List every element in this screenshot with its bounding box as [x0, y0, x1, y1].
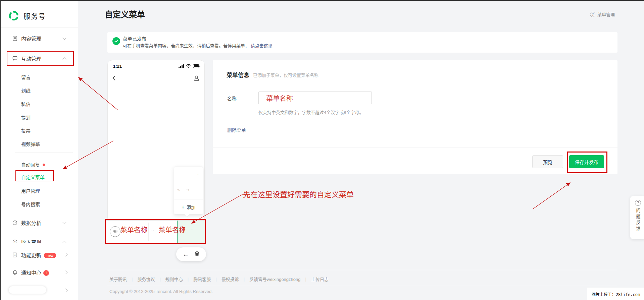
sidebar-item-mentions[interactable]: 提到	[21, 114, 31, 121]
footer-link[interactable]: 上传日志	[311, 276, 329, 282]
footer-link[interactable]: 关于腾讯	[109, 276, 127, 282]
brand: 服务号	[8, 10, 46, 21]
divider	[15, 153, 73, 153]
section-hint: 已添加子菜单，仅可设置菜单名称	[253, 72, 318, 78]
sidebar-group-content[interactable]: 内容管理	[1, 32, 78, 45]
preview-button[interactable]: 预览	[532, 155, 563, 168]
copyright: Copyright © 2012-2025 Tencent. All Right…	[109, 289, 213, 294]
add-submenu-button[interactable]: + 添加	[174, 199, 203, 215]
sidebar-group-interact[interactable]: 互动管理	[1, 52, 78, 65]
separator: |	[244, 277, 245, 282]
sidebar-item-notifications[interactable]: 通知中心1	[1, 266, 78, 279]
document-icon	[12, 35, 18, 41]
chevron-right-icon	[64, 270, 67, 274]
status-icons	[179, 64, 200, 68]
menu-info-card: 菜单信息 已添加子菜单，仅可设置菜单名称 名称 · 菜单名称 仅支持中英文和数字…	[213, 60, 617, 174]
bell-icon	[12, 269, 18, 275]
separator: |	[132, 277, 133, 282]
input-tick-mark: ·	[263, 96, 265, 100]
watermark: 图片上传于：28life.com	[587, 288, 644, 300]
page-title: 自定义菜单	[105, 8, 145, 20]
menu-management-help-link[interactable]: ? 菜单管理	[590, 11, 615, 17]
account-name-redacted	[9, 286, 46, 294]
feedback-label: 问题反馈	[635, 208, 641, 232]
annotation-menu-name-2: 菜单名称	[159, 225, 186, 234]
name-help-text: 仅支持中英文和数字，字数不超过4个汉字或8个字母。	[258, 109, 363, 115]
footer-link[interactable]: 反馈官号weixingongzhong	[249, 276, 300, 282]
add-label: 添加	[187, 204, 195, 210]
separator: |	[305, 277, 306, 282]
phone-preview: 1:21	[107, 60, 205, 243]
divider	[148, 223, 149, 241]
chevron-down-icon	[62, 220, 66, 224]
brand-name: 服务号	[23, 11, 46, 21]
divider	[1, 27, 78, 27]
sidebar-item-label: 自动回复	[21, 162, 40, 168]
banner-description: 可在手机查看菜单内容，若尚未生效，请稍后查看。若停用菜单， 请点击这里	[123, 42, 273, 49]
question-circle-icon: ?	[590, 12, 595, 17]
sidebar-item-label: 通知中心1	[21, 269, 49, 276]
sidebar-item-underline[interactable]: 划线	[21, 87, 31, 94]
footer-link[interactable]: 服务协议	[137, 276, 155, 282]
footer-link[interactable]: 侵权投诉	[221, 276, 239, 282]
battery-icon	[193, 64, 200, 68]
red-dot-badge	[43, 164, 45, 166]
sidebar-item-user-management[interactable]: 用户管理	[21, 187, 40, 194]
annotation-dot: ·	[191, 227, 193, 232]
sidebar-item-comments[interactable]: 留言	[21, 74, 31, 80]
menu-name-input[interactable]: · 菜单名称	[258, 92, 372, 104]
trash-icon[interactable]	[194, 251, 200, 258]
sidebar-item-votes[interactable]: 投票	[21, 127, 31, 134]
footer-link[interactable]: 腾讯客服	[193, 276, 211, 282]
keyboard-icon[interactable]	[110, 226, 120, 237]
sidebar-item-private-msg[interactable]: 私信	[21, 101, 31, 107]
separator: |	[159, 277, 160, 282]
edit-action-pill: ←	[176, 247, 206, 261]
back-arrow-icon[interactable]: ←	[183, 251, 189, 257]
sidebar-group-label: 数据分析	[21, 219, 41, 226]
delete-menu-link[interactable]: 删除菜单	[227, 126, 246, 133]
sidebar-group-label: 内容管理	[21, 35, 41, 42]
chevron-right-icon	[64, 288, 67, 292]
publish-status-banner: 菜单已发布 可在手机查看菜单内容，若尚未生效，请稍后查看。若停用菜单， 请点击这…	[107, 32, 617, 53]
wifi-icon	[186, 64, 191, 68]
annotation-tip-text: 先在这里设置好需要的自定义菜单	[243, 188, 354, 199]
count-badge: 1	[43, 270, 49, 276]
question-circle-icon: ?	[635, 200, 641, 206]
submenu-item-2[interactable]: ∿ ⊃	[174, 183, 203, 199]
name-label: 名称	[227, 95, 237, 102]
sidebar-item-auto-reply[interactable]: 自动回复	[21, 161, 45, 168]
chat-bubble-icon	[12, 55, 18, 61]
annotation-dots: ··	[150, 227, 155, 232]
redacted-mark: ·	[197, 172, 199, 177]
divider	[107, 285, 617, 285]
sidebar-item-account-search[interactable]: 号内搜索	[21, 201, 40, 207]
sidebar-item-label: 功能更新new	[21, 251, 56, 258]
sidebar-item-video-danmu[interactable]: 视频弹幕	[21, 140, 40, 147]
separator: |	[188, 277, 189, 282]
signal-bars-icon	[179, 64, 184, 68]
check-circle-icon	[112, 37, 120, 45]
redacted-mark: ∿ ⊃	[177, 187, 191, 192]
annotation-menu-name-1: 菜单名称	[120, 225, 147, 234]
save-publish-button[interactable]: 保存并发布	[569, 155, 604, 168]
new-badge: new	[44, 253, 56, 258]
feedback-widget[interactable]: ? 问题反馈	[630, 196, 644, 239]
banner-title: 菜单已发布	[123, 35, 146, 42]
sidebar-item-feature-updates[interactable]: ☆ 功能更新new	[1, 248, 78, 261]
section-title: 菜单信息	[227, 70, 249, 79]
pie-chart-icon	[12, 220, 18, 226]
sidebar-group-analytics[interactable]: 数据分析	[1, 216, 78, 229]
person-icon[interactable]	[193, 75, 200, 81]
sidebar-item-custom-menu[interactable]: 自定义菜单	[21, 174, 45, 180]
help-link-label: 菜单管理	[597, 11, 615, 17]
submenu-item-1[interactable]: ·	[174, 167, 203, 183]
disable-menu-link[interactable]: 请点击这里	[251, 43, 273, 48]
book-star-icon: ☆	[12, 252, 18, 258]
svg-text:☆: ☆	[13, 253, 16, 256]
footer-link[interactable]: 规则中心	[165, 276, 183, 282]
divider	[213, 147, 617, 147]
back-chevron-icon[interactable]	[111, 75, 117, 81]
menu-name-value: 菜单名称	[266, 93, 293, 103]
chevron-right-icon	[64, 253, 67, 256]
